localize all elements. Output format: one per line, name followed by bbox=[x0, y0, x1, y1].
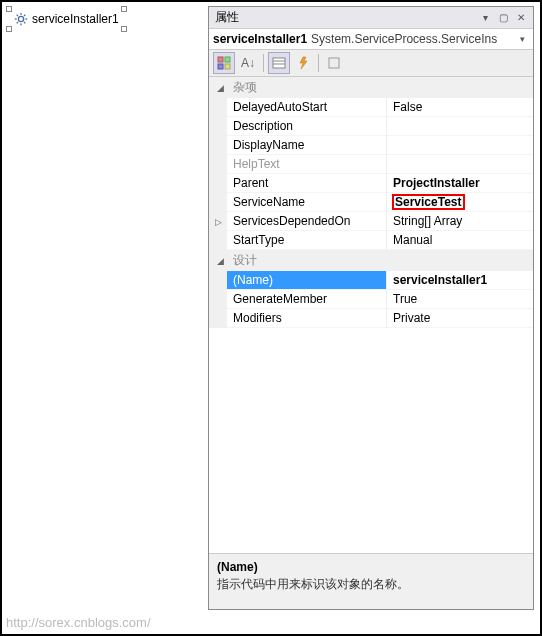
description-body: 指示代码中用来标识该对象的名称。 bbox=[217, 576, 525, 593]
description-title: (Name) bbox=[217, 560, 525, 574]
prop-name: ServiceName bbox=[227, 193, 387, 212]
prop-name: GenerateMember bbox=[227, 290, 387, 309]
svg-rect-11 bbox=[218, 64, 223, 69]
object-selector[interactable]: serviceInstaller1 System.ServiceProcess.… bbox=[209, 29, 533, 50]
prop-displayname[interactable]: DisplayName bbox=[209, 136, 533, 155]
watermark: http://sorex.cnblogs.com/ bbox=[6, 615, 151, 630]
resize-handle bbox=[121, 6, 127, 12]
prop-description[interactable]: Description bbox=[209, 117, 533, 136]
prop-name-row[interactable]: (Name) serviceInstaller1 bbox=[209, 271, 533, 290]
panel-title-text: 属性 bbox=[215, 9, 239, 26]
resize-handle bbox=[6, 6, 12, 12]
resize-handle bbox=[121, 26, 127, 32]
prop-generatemember[interactable]: GenerateMember True bbox=[209, 290, 533, 309]
svg-rect-17 bbox=[329, 58, 339, 68]
svg-rect-9 bbox=[218, 57, 223, 62]
pin-button[interactable]: ▢ bbox=[495, 11, 511, 25]
close-button[interactable]: ✕ bbox=[513, 11, 529, 25]
prop-value[interactable]: String[] Array bbox=[387, 212, 533, 231]
component-serviceinstaller1[interactable]: serviceInstaller1 bbox=[10, 10, 123, 28]
alphabetical-button[interactable]: A↓ bbox=[237, 52, 259, 74]
prop-servicesdependedon[interactable]: ▷ ServicesDependedOn String[] Array bbox=[209, 212, 533, 231]
prop-value[interactable]: Manual bbox=[387, 231, 533, 250]
category-misc[interactable]: ◢ 杂项 bbox=[209, 77, 533, 98]
panel-titlebar: 属性 ▾ ▢ ✕ bbox=[209, 7, 533, 29]
description-pane: (Name) 指示代码中用来标识该对象的名称。 bbox=[209, 553, 533, 609]
property-pages-button[interactable] bbox=[323, 52, 345, 74]
svg-point-0 bbox=[18, 16, 23, 21]
prop-name: (Name) bbox=[227, 271, 387, 290]
category-design[interactable]: ◢ 设计 bbox=[209, 250, 533, 271]
categorized-button[interactable] bbox=[213, 52, 235, 74]
gear-icon bbox=[14, 12, 28, 26]
prop-value[interactable]: False bbox=[387, 98, 533, 117]
toolbar-separator bbox=[318, 54, 319, 72]
prop-helptext[interactable]: HelpText bbox=[209, 155, 533, 174]
expand-icon[interactable]: ▷ bbox=[209, 212, 227, 231]
prop-modifiers[interactable]: Modifiers Private bbox=[209, 309, 533, 328]
component-label: serviceInstaller1 bbox=[32, 12, 119, 26]
selected-object-type: System.ServiceProcess.ServiceIns bbox=[311, 32, 511, 46]
prop-name: Description bbox=[227, 117, 387, 136]
prop-value[interactable]: True bbox=[387, 290, 533, 309]
prop-name: Parent bbox=[227, 174, 387, 193]
svg-rect-12 bbox=[225, 64, 230, 69]
prop-starttype[interactable]: StartType Manual bbox=[209, 231, 533, 250]
svg-line-6 bbox=[24, 22, 25, 23]
svg-marker-16 bbox=[300, 57, 307, 69]
properties-panel: 属性 ▾ ▢ ✕ serviceInstaller1 System.Servic… bbox=[208, 6, 534, 610]
svg-line-5 bbox=[17, 15, 18, 16]
collapse-icon[interactable]: ◢ bbox=[217, 83, 227, 93]
prop-value[interactable] bbox=[387, 136, 533, 155]
svg-rect-10 bbox=[225, 57, 230, 62]
prop-value[interactable]: ServiceTest bbox=[387, 193, 533, 212]
category-label: 设计 bbox=[233, 252, 257, 269]
properties-button[interactable] bbox=[268, 52, 290, 74]
toolbar-separator bbox=[263, 54, 264, 72]
svg-rect-13 bbox=[273, 58, 285, 68]
prop-name: DisplayName bbox=[227, 136, 387, 155]
collapse-icon[interactable]: ◢ bbox=[217, 256, 227, 266]
prop-value[interactable] bbox=[387, 155, 533, 174]
property-grid[interactable]: ◢ 杂项 DelayedAutoStart False Description … bbox=[209, 77, 533, 553]
prop-name: ServicesDependedOn bbox=[227, 212, 387, 231]
resize-handle bbox=[6, 26, 12, 32]
svg-line-7 bbox=[17, 22, 18, 23]
category-label: 杂项 bbox=[233, 79, 257, 96]
highlighted-value: ServiceTest bbox=[393, 195, 464, 209]
prop-name: HelpText bbox=[227, 155, 387, 174]
prop-delayedautostart[interactable]: DelayedAutoStart False bbox=[209, 98, 533, 117]
prop-value[interactable] bbox=[387, 117, 533, 136]
chevron-down-icon[interactable]: ▾ bbox=[515, 34, 529, 44]
prop-servicename[interactable]: ServiceName ServiceTest bbox=[209, 193, 533, 212]
prop-value[interactable]: serviceInstaller1 bbox=[387, 271, 533, 290]
prop-value[interactable]: ProjectInstaller bbox=[387, 174, 533, 193]
prop-value[interactable]: Private bbox=[387, 309, 533, 328]
prop-name: StartType bbox=[227, 231, 387, 250]
panel-title-controls: ▾ ▢ ✕ bbox=[477, 11, 529, 25]
properties-toolbar: A↓ bbox=[209, 50, 533, 77]
svg-line-8 bbox=[24, 15, 25, 16]
prop-name: Modifiers bbox=[227, 309, 387, 328]
dropdown-button[interactable]: ▾ bbox=[477, 11, 493, 25]
designer-surface[interactable]: serviceInstaller1 bbox=[2, 2, 202, 634]
events-button[interactable] bbox=[292, 52, 314, 74]
selected-object-name: serviceInstaller1 bbox=[213, 32, 307, 46]
prop-parent[interactable]: Parent ProjectInstaller bbox=[209, 174, 533, 193]
prop-name: DelayedAutoStart bbox=[227, 98, 387, 117]
